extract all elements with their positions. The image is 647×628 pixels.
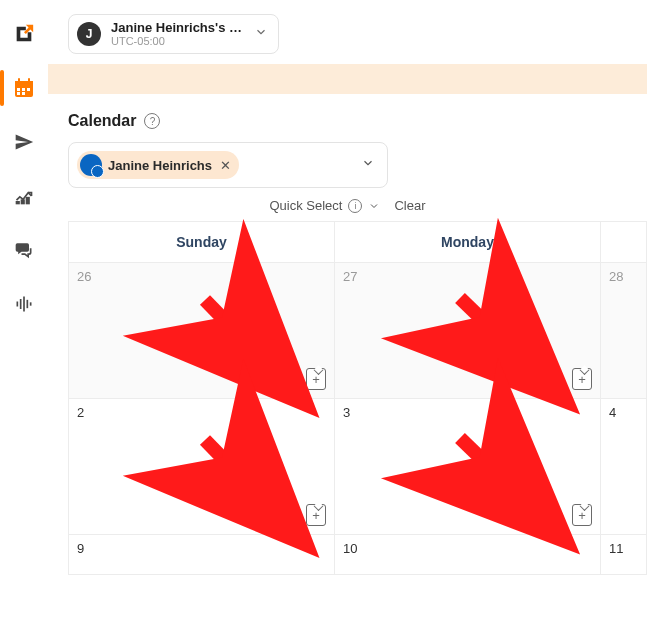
day-header-sunday: Sunday [69,222,335,263]
svg-rect-14 [23,297,25,312]
remove-person-icon[interactable]: ✕ [220,158,231,173]
add-post-button[interactable]: + [306,368,326,390]
account-avatar: J [77,22,101,46]
svg-rect-8 [22,92,25,95]
person-avatar [80,154,102,176]
calendar-cell[interactable]: 3+ [335,399,601,535]
sidebar-item-calendar[interactable] [6,70,42,106]
sidebar-item-audio[interactable] [6,286,42,322]
clear-button[interactable]: Clear [394,198,425,213]
svg-rect-16 [29,302,31,305]
svg-rect-15 [26,300,28,308]
day-number: 27 [343,269,357,284]
quick-select-button[interactable]: Quick Select i [269,198,380,213]
day-number: 26 [77,269,91,284]
svg-rect-12 [16,302,18,307]
person-name: Janine Heinrichs [108,158,212,173]
day-header-monday: Monday [335,222,601,263]
day-number: 9 [77,541,84,556]
calendar-grid: Sunday Monday 26+27+282+3+491011 [68,221,647,575]
account-timezone: UTC-05:00 [111,35,242,47]
topbar: J Janine Heinrichs's … UTC-05:00 [48,0,647,64]
help-icon[interactable]: ? [144,113,160,129]
svg-rect-10 [21,200,24,203]
page-header: Calendar ? [48,94,647,142]
sidebar-item-logo[interactable] [6,16,42,52]
chevron-down-icon [368,200,380,212]
svg-rect-11 [26,198,29,204]
calendar-cell[interactable]: 28 [601,263,647,399]
svg-rect-5 [22,88,25,91]
svg-rect-7 [17,92,20,95]
chevron-down-icon [254,25,268,43]
day-number: 28 [609,269,623,284]
day-number: 10 [343,541,357,556]
calendar-cell[interactable]: 4 [601,399,647,535]
svg-rect-3 [28,78,30,83]
person-chip: Janine Heinrichs ✕ [77,151,239,179]
svg-rect-2 [18,78,20,83]
account-name: Janine Heinrichs's … [111,21,242,35]
day-header-partial [601,222,647,263]
info-icon: i [348,199,362,213]
notice-band [48,64,647,94]
add-post-button[interactable]: + [306,504,326,526]
page-title: Calendar [68,112,136,130]
day-number: 4 [609,405,616,420]
day-number: 11 [609,541,623,556]
calendar-cell[interactable]: 9 [69,535,335,575]
chevron-down-icon [361,156,375,174]
svg-rect-1 [15,81,33,86]
calendar-cell[interactable]: 10 [335,535,601,575]
account-selector[interactable]: J Janine Heinrichs's … UTC-05:00 [68,14,279,54]
add-post-button[interactable]: + [572,368,592,390]
calendar-cell[interactable]: 26+ [69,263,335,399]
filter-selector[interactable]: Janine Heinrichs ✕ [68,142,388,188]
sidebar-item-analytics[interactable] [6,178,42,214]
calendar-cell[interactable]: 27+ [335,263,601,399]
sidebar-item-send[interactable] [6,124,42,160]
sidebar-item-conversations[interactable] [6,232,42,268]
quick-select-label: Quick Select [269,198,342,213]
calendar-cell[interactable]: 11 [601,535,647,575]
svg-rect-4 [17,88,20,91]
add-post-button[interactable]: + [572,504,592,526]
day-number: 3 [343,405,350,420]
quick-select-row: Quick Select i Clear [68,198,627,213]
svg-rect-6 [27,88,30,91]
calendar-cell[interactable]: 2+ [69,399,335,535]
sidebar [0,0,48,628]
day-number: 2 [77,405,84,420]
svg-rect-9 [16,202,19,204]
svg-rect-13 [19,299,21,309]
